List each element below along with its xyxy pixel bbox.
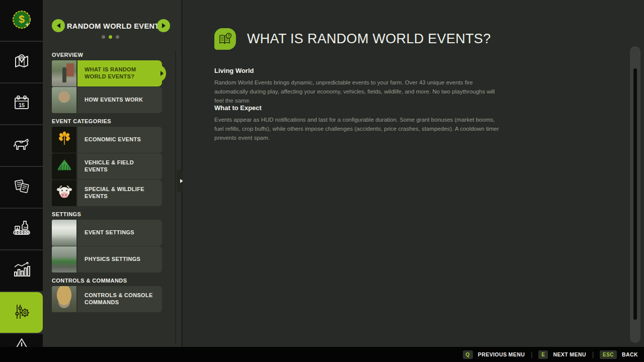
nav-item-thumbnail [52, 246, 76, 273]
map-icon [12, 51, 32, 73]
hint-back[interactable]: BACK [622, 351, 638, 357]
section-header-controls-commands: CONTROLS & COMMANDS [52, 278, 162, 284]
nav-item-how-events-work[interactable]: HOW EVENTS WORK [52, 87, 162, 113]
sidebar-item-settings[interactable] [0, 292, 43, 333]
hint-separator: | [531, 351, 532, 358]
section-header-settings: SETTINGS [52, 211, 162, 217]
nav-item-label: CONTROLS & CONSOLE COMMANDS [77, 286, 162, 312]
svg-text:15: 15 [18, 102, 24, 108]
bar-chart-icon [11, 259, 33, 283]
section-heading: What to Expect [214, 104, 500, 112]
money-coin-icon: $ + [10, 8, 33, 33]
category-title: RANDOM WORLD EVENTS [67, 22, 155, 30]
content-scrollbar-track[interactable] [630, 46, 640, 343]
nav-item-thumbnail [52, 87, 76, 113]
footer-keybar: Q PREVIOUS MENU | E NEXT MENU | ESC BACK [0, 347, 644, 362]
pager-dot [116, 35, 119, 39]
nav-item-label: SPECIAL & WILDLIFE EVENTS [77, 180, 162, 206]
nav-item-thumbnail [52, 153, 76, 179]
nav-item-label: PHYSICS SETTINGS [77, 246, 162, 273]
nav-item-economic-events[interactable]: ECONOMIC EVENTS [52, 127, 162, 153]
nav-item-label: EVENT SETTINGS [77, 220, 162, 246]
section-header-overview: OVERVIEW [52, 52, 162, 58]
nav-item-label: HOW EVENTS WORK [77, 87, 162, 113]
page-title: WHAT IS RANDOM WORLD EVENTS? [247, 31, 491, 47]
svg-text:$: $ [19, 13, 25, 25]
svg-text:?: ? [227, 33, 229, 38]
nav-item-what-is[interactable]: WHAT IS RANDOM WORLD EVENTS? [52, 60, 162, 86]
section-body: Events appear as HUD notifications and l… [214, 116, 500, 142]
nav-item-special-wildlife-events[interactable]: SPECIAL & WILDLIFE EVENTS [52, 180, 162, 206]
nav-item-controls-console-commands[interactable]: CONTROLS & CONSOLE COMMANDS [52, 286, 162, 312]
help-content: ? WHAT IS RANDOM WORLD EVENTS? Living Wo… [183, 0, 644, 347]
sidebar-item-warnings[interactable] [0, 334, 43, 347]
section-body: Random World Events brings dynamic, unpr… [214, 78, 500, 105]
settings-gear-icon [11, 301, 33, 325]
selected-item-arrow-icon [160, 71, 164, 76]
icon-sidebar: $ + 15 [0, 0, 43, 347]
nav-item-thumbnail [52, 127, 76, 153]
warning-triangle-icon [12, 335, 32, 347]
right-arrow-icon [162, 23, 166, 28]
help-nav-panel: RANDOM WORLD EVENTS OVERVIEW WHAT IS RAN… [43, 0, 181, 347]
nav-item-thumbnail [52, 286, 76, 312]
hint-separator: | [592, 351, 594, 358]
page-header: ? WHAT IS RANDOM WORLD EVENTS? [214, 28, 491, 50]
sidebar-item-contracts[interactable] [0, 167, 43, 208]
nav-list: OVERVIEW WHAT IS RANDOM WORLD EVENTS? HO… [52, 52, 162, 313]
calendar-icon: 15 [12, 93, 32, 115]
content-scrollbar-thumb[interactable] [633, 68, 637, 320]
key-badge-q: Q [463, 350, 473, 359]
pager-dot-active [109, 35, 112, 39]
nav-item-event-settings[interactable]: EVENT SETTINGS [52, 220, 162, 246]
sidebar-item-animals[interactable] [0, 125, 43, 166]
svg-text:+: + [25, 21, 29, 28]
hint-next-menu[interactable]: NEXT MENU [553, 351, 586, 357]
pager-dots [43, 35, 178, 39]
section-heading: Living World [214, 67, 500, 74]
wheat-icon [56, 130, 73, 149]
help-book-icon: ? [214, 28, 236, 50]
next-category-button[interactable] [157, 19, 170, 32]
nav-scrollbar[interactable] [175, 50, 176, 345]
sidebar-item-production[interactable] [0, 209, 43, 249]
left-arrow-icon [57, 23, 60, 28]
nav-item-thumbnail [52, 180, 76, 206]
sidebar-item-calendar[interactable]: 15 [0, 83, 43, 124]
nav-item-thumbnail [52, 60, 76, 86]
documents-icon [11, 176, 32, 199]
content-section-living-world: Living World Random World Events brings … [214, 67, 500, 105]
nav-item-label: WHAT IS RANDOM WORLD EVENTS? [77, 60, 162, 86]
production-icon [11, 217, 33, 241]
sidebar-item-map[interactable] [0, 42, 43, 82]
cow-icon [11, 134, 32, 157]
grass-mound-icon [55, 156, 73, 176]
nav-item-thumbnail [52, 220, 76, 246]
nav-header: RANDOM WORLD EVENTS [43, 0, 181, 48]
key-badge-esc: ESC [600, 350, 617, 359]
nav-item-label: VEHICLE & FIELD EVENTS [77, 153, 162, 179]
sidebar-item-statistics[interactable] [0, 250, 43, 291]
content-section-what-to-expect: What to Expect Events appear as HUD noti… [214, 104, 500, 142]
nav-item-vehicle-field-events[interactable]: VEHICLE & FIELD EVENTS [52, 153, 162, 179]
nav-item-label: ECONOMIC EVENTS [77, 127, 162, 153]
hint-previous-menu[interactable]: PREVIOUS MENU [478, 351, 525, 357]
pager-dot [102, 35, 105, 39]
cow-face-icon [55, 183, 73, 203]
section-header-event-categories: EVENT CATEGORIES [52, 118, 162, 124]
nav-item-physics-settings[interactable]: PHYSICS SETTINGS [52, 246, 162, 273]
key-badge-e: E [538, 350, 548, 359]
previous-category-button[interactable] [52, 19, 65, 32]
sidebar-item-finances[interactable]: $ + [0, 0, 43, 41]
